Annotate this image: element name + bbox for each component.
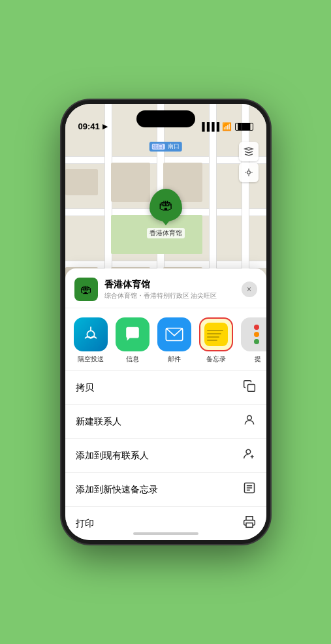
bottom-sheet: 🏟 香港体育馆 综合体育馆・香港特别行政区 油尖旺区 × [65,268,266,540]
messages-label: 信息 [126,355,139,364]
phone-screen: 09:41 ▶ ▐▐▐▐ 📶 ███ [65,104,266,540]
share-item-notes[interactable]: 备忘录 [197,317,235,364]
share-row: 隔空投送 信息 [65,308,266,371]
notes-line [207,340,218,341]
action-label-print: 打印 [76,518,94,530]
location-arrow-icon: ▶ [102,123,108,130]
venue-icon: 🏟 [74,278,98,301]
map-controls [239,142,259,182]
map-block [111,163,150,202]
dot-red [254,325,259,330]
share-item-airdrop[interactable]: 隔空投送 [72,317,110,364]
more-icon-wrap [241,317,266,351]
svg-rect-13 [246,523,253,528]
svg-marker-0 [245,148,253,150]
airdrop-icon-wrap [74,317,108,351]
action-list: 拷贝 新建联系人 [65,371,266,540]
venue-description: 综合体育馆・香港特别行政区 油尖旺区 [104,291,242,300]
status-time: 09:41 ▶ [78,121,108,131]
svg-point-1 [247,171,250,174]
action-item-new-contact[interactable]: 新建联系人 [65,405,266,439]
map-exit-label: 出口 南口 [149,142,182,152]
dot-green [254,339,259,344]
notes-inner [204,323,228,346]
add-contact-icon [243,447,256,464]
stadium-marker[interactable]: 🏟 香港体育馆 [147,189,185,238]
venue-emoji-icon: 🏟 [80,283,92,297]
action-item-copy[interactable]: 拷贝 [65,371,266,405]
signal-icon: ▐▐▐▐ [199,122,219,131]
copy-icon [243,379,256,396]
status-icons: ▐▐▐▐ 📶 ███ [199,122,253,131]
action-label-new-contact: 新建联系人 [76,416,121,428]
map-location-button[interactable] [239,163,259,182]
stadium-label: 香港体育馆 [147,228,185,238]
new-contact-icon [243,413,256,430]
time-display: 09:41 [78,121,100,131]
mail-icon-wrap [157,317,191,351]
battery-icon: ███ [235,123,253,131]
home-indicator [133,532,198,535]
more-label: 提 [255,355,261,364]
stadium-pin: 🏟 [150,189,182,221]
messages-icon-wrap [116,317,150,351]
notes-label: 备忘录 [206,355,226,364]
share-item-mail[interactable]: 邮件 [155,317,193,364]
mail-label: 邮件 [168,355,181,364]
share-item-messages[interactable]: 信息 [114,317,151,364]
svg-point-5 [247,415,251,420]
airdrop-label: 隔空投送 [78,355,104,364]
dot-orange [254,332,259,337]
svg-rect-4 [247,385,255,392]
notes-icon-wrap [199,317,233,351]
phone-frame: 09:41 ▶ ▐▐▐▐ 📶 ███ [61,100,270,544]
stadium-icon: 🏟 [159,197,173,214]
map-label-text: 南口 [168,143,180,150]
map-block [65,169,98,195]
action-label-add-notes: 添加到新快速备忘录 [76,484,158,496]
svg-point-6 [246,449,251,454]
action-item-add-notes[interactable]: 添加到新快速备忘录 [65,473,266,507]
print-icon [243,515,256,532]
action-label-copy: 拷贝 [76,382,94,394]
notes-line [207,330,223,331]
dynamic-island [136,110,195,127]
notes-line [207,333,221,334]
action-item-add-existing[interactable]: 添加到现有联系人 [65,439,266,473]
map-layers-button[interactable] [239,142,259,161]
action-label-add-existing: 添加到现有联系人 [76,450,149,462]
share-item-more[interactable]: 提 [239,317,266,364]
more-dots [254,325,262,344]
venue-name: 香港体育馆 [104,279,242,291]
action-item-print[interactable]: 打印 [65,507,266,540]
venue-info: 香港体育馆 综合体育馆・香港特别行政区 油尖旺区 [104,279,242,300]
notes-line [207,336,220,338]
quick-note-icon [243,481,256,498]
close-button[interactable]: × [242,282,257,297]
wifi-icon: 📶 [222,122,232,131]
sheet-header: 🏟 香港体育馆 综合体育馆・香港特别行政区 油尖旺区 × [65,268,266,308]
